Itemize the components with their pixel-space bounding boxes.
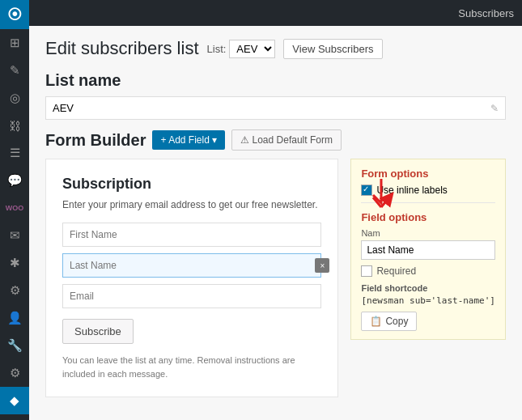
required-checkbox[interactable]: [361, 265, 372, 277]
copy-button[interactable]: 📋 Copy: [361, 312, 417, 331]
form-field-email: [62, 284, 321, 308]
view-subscribers-button[interactable]: View Subscribers: [283, 39, 382, 59]
form-field-lastname: ×: [62, 253, 321, 278]
sidebar-item-settings[interactable]: ⚙: [0, 359, 29, 387]
wp-logo-icon: ⦿: [7, 6, 22, 23]
required-row: Required: [361, 265, 495, 277]
sidebar-item-appearance[interactable]: ✱: [0, 249, 29, 277]
form-builder-header: Form Builder + Add Field ▾ ⚠ Load Defaul…: [45, 129, 506, 151]
newsman-icon: ◆: [10, 393, 19, 408]
comments-icon: 💬: [7, 173, 23, 188]
lastname-input[interactable]: [62, 253, 321, 278]
form-field-firstname: [62, 223, 321, 247]
sidebar-item-woo[interactable]: WOO: [0, 194, 29, 222]
posts-icon: ✎: [10, 63, 20, 78]
page-header: Edit subscribers list List: AEV View Sub…: [45, 38, 506, 59]
field-name-label: Nam: [361, 228, 495, 238]
tools-icon: 🔧: [7, 338, 23, 353]
sidebar-item-links[interactable]: ⛓: [0, 112, 29, 139]
add-field-button[interactable]: + Add Field ▾: [152, 130, 225, 150]
list-name-title: List name: [45, 71, 506, 90]
sidebar-item-pages[interactable]: ☰: [0, 139, 29, 167]
required-label: Required: [376, 265, 416, 277]
list-name-field[interactable]: [53, 102, 490, 114]
mail-icon: ✉: [10, 228, 20, 243]
sidebar-item-tools[interactable]: 🔧: [0, 332, 29, 359]
form-footer-text: You can leave the list at any time. Remo…: [62, 354, 321, 380]
shortcode-value: [newsman sub='last-name']: [361, 295, 495, 306]
form-preview: Subscription Enter your primary email ad…: [45, 159, 338, 397]
red-arrow-icon: [365, 175, 397, 215]
sidebar-item-posts[interactable]: ✎: [0, 57, 29, 84]
form-preview-description: Enter your primary email address to get …: [62, 199, 321, 210]
list-name-input-wrapper: ✎: [45, 96, 506, 120]
dashboard-icon: ⊞: [10, 36, 20, 50]
copy-label: Copy: [385, 316, 408, 327]
appearance-icon: ✱: [10, 256, 20, 270]
field-name-input[interactable]: [361, 240, 495, 260]
top-bar: Subscribers: [29, 0, 522, 26]
sidebar-item-media[interactable]: ◎: [0, 84, 29, 112]
shortcode-label: Field shortcode: [361, 283, 495, 293]
page-content: Edit subscribers list List: AEV View Sub…: [29, 26, 522, 420]
sidebar: ⦿ ⊞ ✎ ◎ ⛓ ☰ 💬 WOO ✉ ✱ ⚙ 👤 🔧 ⚙ ◆: [0, 0, 29, 420]
sidebar-item-mail[interactable]: ✉: [0, 222, 29, 249]
form-preview-title: Subscription: [62, 176, 321, 193]
email-input[interactable]: [62, 284, 321, 308]
form-area: Subscription Enter your primary email ad…: [45, 159, 506, 397]
main-content: Subscribers Edit subscribers list List: …: [29, 0, 522, 420]
links-icon: ⛓: [9, 119, 21, 133]
users-icon: 👤: [7, 311, 23, 325]
sidebar-item-comments[interactable]: 💬: [0, 167, 29, 194]
sidebar-item-newsman[interactable]: ◆: [0, 387, 29, 414]
sidebar-item-dashboard[interactable]: ⊞: [0, 29, 29, 57]
settings-icon: ⚙: [10, 366, 20, 380]
list-select[interactable]: AEV: [229, 40, 275, 58]
media-icon: ◎: [10, 91, 20, 105]
sidebar-item-plugins[interactable]: ⚙: [0, 277, 29, 304]
list-label: List:: [207, 43, 227, 55]
form-options-panel: Form options Use inline labels: [350, 159, 506, 340]
sidebar-item-users[interactable]: 👤: [0, 304, 29, 332]
form-builder-title: Form Builder: [45, 131, 146, 150]
list-selector: List: AEV: [207, 40, 276, 58]
edit-icon: ✎: [490, 103, 499, 114]
page-title: Edit subscribers list: [45, 38, 199, 59]
firstname-input[interactable]: [62, 223, 321, 247]
load-default-button[interactable]: ⚠ Load Default Form: [231, 129, 342, 151]
subscribe-button[interactable]: Subscribe: [62, 319, 134, 344]
plugins-icon: ⚙: [10, 283, 20, 298]
woo-icon: WOO: [6, 204, 24, 212]
pages-icon: ☰: [10, 146, 20, 160]
top-bar-subscribers-link[interactable]: Subscribers: [458, 7, 514, 19]
sidebar-logo[interactable]: ⦿: [0, 0, 29, 29]
lastname-close-button[interactable]: ×: [315, 258, 329, 273]
copy-icon: 📋: [370, 316, 382, 327]
list-name-section: List name ✎: [45, 71, 506, 120]
